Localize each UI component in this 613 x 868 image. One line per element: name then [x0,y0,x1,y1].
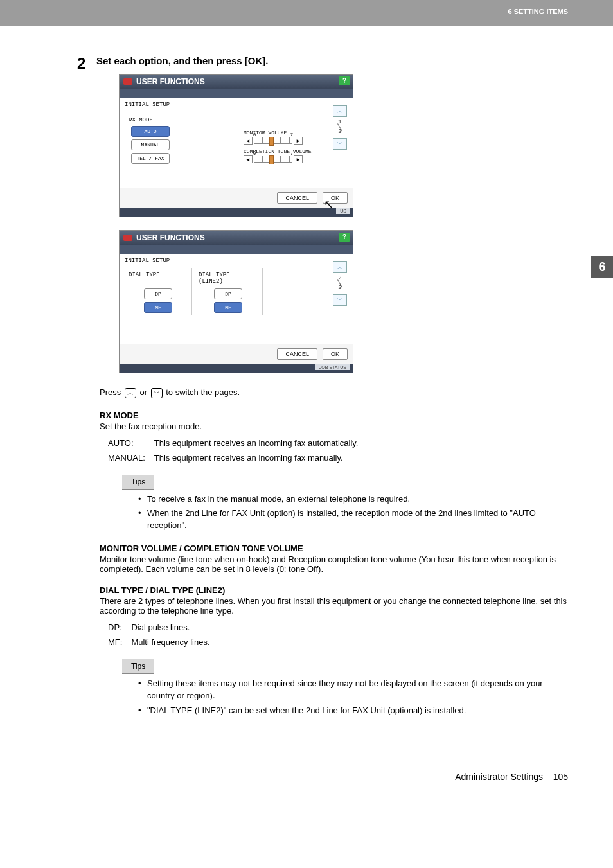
footer-section: Administrator Settings [455,772,543,782]
dial-desc: There are 2 types of telephone lines. Wh… [100,596,568,616]
dial-type-line2-label: DIAL TYPE (LINE2) [199,272,262,285]
dial-type-label: DIAL TYPE [125,272,191,278]
monitor-volume-increase[interactable]: ► [294,137,303,145]
screenshot1-title: USER FUNCTIONS [136,77,205,86]
tips2-item-0: Setting these items may not be required … [138,678,568,702]
help-icon[interactable]: ? [339,233,350,242]
rx-mode-manual-button[interactable]: MANUAL [131,139,170,150]
monitor-desc: Monitor tone volume (line tone when on-h… [100,554,568,574]
completion-volume-decrease[interactable]: ◄ [244,155,253,163]
dial-type-dp-button[interactable]: DP [144,288,172,299]
rx-mode-desc: Set the fax reception mode. [100,421,568,431]
tips-label: Tips [122,475,154,490]
page-indicator: 1 2 [335,120,344,136]
app-icon [123,78,132,85]
subband [120,245,353,254]
tips1-item-0: To receive a fax in the manual mode, an … [138,493,568,506]
dial-type-line2-dp-button[interactable]: DP [214,288,242,299]
step-title: Set each option, and then press [OK]. [96,55,568,66]
jobstatus-button[interactable]: JOB STATUS [315,364,350,370]
screenshot2-titlebar: USER FUNCTIONS ? [120,231,353,245]
monitor-heading: MONITOR VOLUME / COMPLETION TONE VOLUME [100,544,568,553]
tips2-item-1: "DIAL TYPE (LINE2)" can be set when the … [138,705,568,717]
header-section-label: 6 SETTING ITEMS [508,8,568,15]
tips-1: Tips To receive a fax in the manual mode… [122,475,568,533]
page-up-button[interactable]: ︿ [333,105,347,117]
cancel-button[interactable]: CANCEL [277,348,317,360]
footer-page-number: 105 [553,772,568,782]
completion-volume-increase[interactable]: ► [294,155,303,163]
breadcrumb: INITIAL SETUP [125,258,348,264]
cancel-button[interactable]: CANCEL [277,192,317,204]
cursor-icon: ↖ [324,197,333,211]
down-arrow-key-icon: ﹀ [151,388,163,398]
subband [120,89,353,98]
completion-volume-slider[interactable]: ◄ 07 ► [244,155,348,163]
page-up-button[interactable]: ︿ [333,261,347,273]
screenshot-2: USER FUNCTIONS ? INITIAL SETUP DIAL TYPE… [119,230,353,373]
dial-type-mf-button[interactable]: MF [144,302,172,313]
rx-mode-telfax-button[interactable]: TEL / FAX [131,153,170,164]
monitor-volume-decrease[interactable]: ◄ [244,137,253,145]
dial-type-line2-mf-button[interactable]: MF [214,302,242,313]
page-header: 6 SETTING ITEMS [0,0,613,26]
step-number: 2 [77,55,85,73]
switch-pages-instruction: Press ︿ or ﹀ to switch the pages. [100,386,568,399]
rx-mode-label: RX MODE [125,117,192,123]
rx-mode-heading: RX MODE [100,411,568,420]
help-icon[interactable]: ? [339,76,350,85]
page-footer: Administrator Settings 105 [45,766,568,782]
app-icon [123,235,132,241]
dial-heading: DIAL TYPE / DIAL TYPE (LINE2) [100,585,568,595]
tips-2: Tips Setting these items may not be requ… [122,659,568,717]
dial-definitions: DP:Dial pulse lines. MF:Multi frequency … [103,619,215,650]
up-arrow-key-icon: ︿ [125,388,136,398]
tips-label: Tips [122,659,154,674]
ok-button[interactable]: OK [323,348,348,360]
page-down-button[interactable]: ﹀ [333,138,347,150]
rx-mode-auto-button[interactable]: AUTO [131,126,170,137]
jobstatus-badge[interactable]: US [336,208,350,214]
screenshot-1: USER FUNCTIONS ? INITIAL SETUP RX MODE A… [119,74,353,217]
tips1-item-1: When the 2nd Line for FAX Unit (option) … [138,508,568,532]
rx-mode-definitions: AUTO:This equipment receives an incoming… [103,435,363,466]
screenshot1-titlebar: USER FUNCTIONS ? [120,75,353,89]
screenshot2-title: USER FUNCTIONS [136,233,205,242]
page-indicator: 2 2 [335,276,344,292]
page-down-button[interactable]: ﹀ [333,294,347,306]
breadcrumb: INITIAL SETUP [125,102,348,108]
